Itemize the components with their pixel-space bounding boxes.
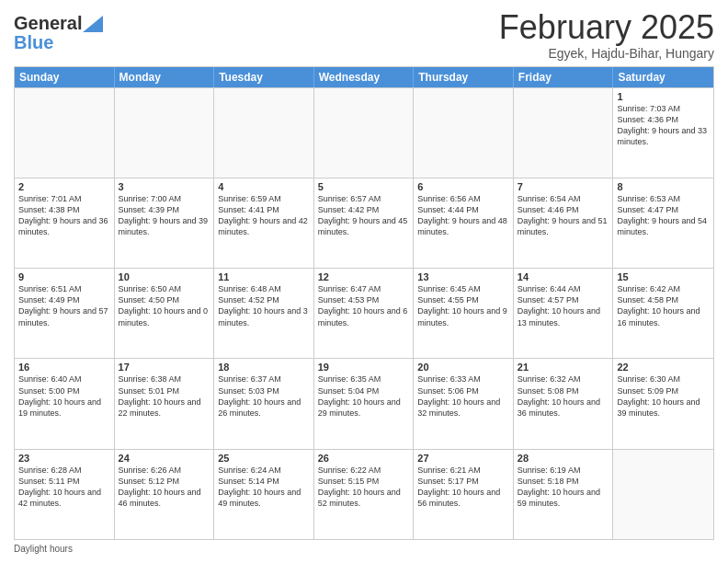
cal-cell: 15Sunrise: 6:42 AM Sunset: 4:58 PM Dayli… [613,269,713,358]
day-info: Sunrise: 6:57 AM Sunset: 4:42 PM Dayligh… [318,193,410,238]
footer: Daylight hours [14,544,714,554]
day-number: 24 [119,453,210,464]
day-number: 21 [518,362,609,373]
day-number: 27 [417,453,509,464]
day-of-week-thursday: Thursday [414,67,514,87]
day-info: Sunrise: 6:35 AM Sunset: 5:04 PM Dayligh… [318,373,410,419]
logo: General Blue [14,13,103,53]
title-block: February 2025 Egyek, Hajdu-Bihar, Hungar… [499,9,714,61]
cal-cell: 20Sunrise: 6:33 AM Sunset: 5:06 PM Dayli… [414,359,514,448]
calendar-header: SundayMondayTuesdayWednesdayThursdayFrid… [15,67,713,87]
day-number: 6 [417,181,509,192]
cal-cell: 2Sunrise: 7:01 AM Sunset: 4:38 PM Daylig… [15,178,115,268]
cal-cell: 5Sunrise: 6:57 AM Sunset: 4:42 PM Daylig… [314,178,415,268]
cal-cell: 18Sunrise: 6:37 AM Sunset: 5:03 PM Dayli… [214,359,314,448]
day-info: Sunrise: 7:00 AM Sunset: 4:39 PM Dayligh… [119,193,210,238]
cal-cell: 22Sunrise: 6:30 AM Sunset: 5:09 PM Dayli… [613,359,713,448]
page: General Blue February 2025 Egyek, Hajdu-… [0,0,728,563]
day-number: 28 [518,453,609,464]
day-number: 5 [318,181,410,192]
day-info: Sunrise: 6:45 AM Sunset: 4:55 PM Dayligh… [417,283,509,328]
day-info: Sunrise: 6:28 AM Sunset: 5:11 PM Dayligh… [18,465,110,510]
day-info: Sunrise: 7:01 AM Sunset: 4:38 PM Dayligh… [18,193,110,238]
cal-cell: 10Sunrise: 6:50 AM Sunset: 4:50 PM Dayli… [115,269,215,358]
day-info: Sunrise: 6:24 AM Sunset: 5:14 PM Dayligh… [218,465,310,510]
cal-cell [514,88,614,178]
cal-cell [214,88,314,178]
day-number: 1 [617,91,710,102]
day-info: Sunrise: 6:56 AM Sunset: 4:44 PM Dayligh… [417,193,509,238]
cal-cell: 12Sunrise: 6:47 AM Sunset: 4:53 PM Dayli… [314,269,415,358]
day-info: Sunrise: 6:44 AM Sunset: 4:57 PM Dayligh… [518,283,609,328]
day-info: Sunrise: 6:48 AM Sunset: 4:52 PM Dayligh… [218,283,310,328]
cal-cell: 6Sunrise: 6:56 AM Sunset: 4:44 PM Daylig… [414,178,514,268]
day-info: Sunrise: 6:54 AM Sunset: 4:46 PM Dayligh… [518,193,609,238]
day-of-week-monday: Monday [115,67,215,87]
cal-cell [115,88,215,178]
day-number: 7 [518,181,609,192]
day-info: Sunrise: 6:32 AM Sunset: 5:08 PM Dayligh… [518,373,609,419]
day-number: 16 [18,362,110,373]
cal-cell: 26Sunrise: 6:22 AM Sunset: 5:15 PM Dayli… [314,450,415,539]
cal-cell: 23Sunrise: 6:28 AM Sunset: 5:11 PM Dayli… [15,450,115,539]
cal-cell: 21Sunrise: 6:32 AM Sunset: 5:08 PM Dayli… [514,359,614,448]
logo-general-text: General [14,13,82,34]
cal-cell: 19Sunrise: 6:35 AM Sunset: 5:04 PM Dayli… [314,359,415,448]
cal-cell: 4Sunrise: 6:59 AM Sunset: 4:41 PM Daylig… [214,178,314,268]
cal-cell [414,88,514,178]
cal-cell: 3Sunrise: 7:00 AM Sunset: 4:39 PM Daylig… [115,178,215,268]
day-info: Sunrise: 6:50 AM Sunset: 4:50 PM Dayligh… [119,283,210,328]
cal-cell: 28Sunrise: 6:19 AM Sunset: 5:18 PM Dayli… [514,450,614,539]
day-info: Sunrise: 6:37 AM Sunset: 5:03 PM Dayligh… [218,373,310,419]
day-info: Sunrise: 6:19 AM Sunset: 5:18 PM Dayligh… [518,465,609,510]
day-number: 9 [18,271,110,282]
day-number: 23 [18,453,110,464]
day-number: 25 [218,453,310,464]
day-info: Sunrise: 6:53 AM Sunset: 4:47 PM Dayligh… [617,193,710,238]
week-row-4: 16Sunrise: 6:40 AM Sunset: 5:00 PM Dayli… [15,358,713,448]
svg-marker-0 [83,16,103,32]
day-number: 17 [119,362,210,373]
week-row-5: 23Sunrise: 6:28 AM Sunset: 5:11 PM Dayli… [15,449,713,539]
day-info: Sunrise: 6:38 AM Sunset: 5:01 PM Dayligh… [119,373,210,419]
cal-cell: 24Sunrise: 6:26 AM Sunset: 5:12 PM Dayli… [115,450,215,539]
day-info: Sunrise: 6:33 AM Sunset: 5:06 PM Dayligh… [417,373,509,419]
day-info: Sunrise: 6:30 AM Sunset: 5:09 PM Dayligh… [617,373,710,419]
cal-cell: 8Sunrise: 6:53 AM Sunset: 4:47 PM Daylig… [613,178,713,268]
day-of-week-friday: Friday [514,67,614,87]
cal-cell: 17Sunrise: 6:38 AM Sunset: 5:01 PM Dayli… [115,359,215,448]
day-of-week-saturday: Saturday [613,67,713,87]
day-number: 8 [617,181,710,192]
day-number: 26 [318,453,410,464]
calendar: SundayMondayTuesdayWednesdayThursdayFrid… [14,66,714,540]
day-number: 11 [218,271,310,282]
cal-cell: 9Sunrise: 6:51 AM Sunset: 4:49 PM Daylig… [15,269,115,358]
day-info: Sunrise: 6:47 AM Sunset: 4:53 PM Dayligh… [318,283,410,328]
day-number: 13 [417,271,509,282]
day-number: 18 [218,362,310,373]
day-info: Sunrise: 6:26 AM Sunset: 5:12 PM Dayligh… [119,465,210,510]
day-number: 19 [318,362,410,373]
week-row-2: 2Sunrise: 7:01 AM Sunset: 4:38 PM Daylig… [15,178,713,268]
cal-cell [314,88,415,178]
month-title: February 2025 [499,9,714,46]
logo-icon [83,16,103,32]
day-info: Sunrise: 6:40 AM Sunset: 5:00 PM Dayligh… [18,373,110,419]
cal-cell: 27Sunrise: 6:21 AM Sunset: 5:17 PM Dayli… [414,450,514,539]
cal-cell [15,88,115,178]
cal-cell: 25Sunrise: 6:24 AM Sunset: 5:14 PM Dayli… [214,450,314,539]
footer-label: Daylight hours [14,544,73,554]
day-number: 15 [617,271,710,282]
cal-cell: 7Sunrise: 6:54 AM Sunset: 4:46 PM Daylig… [514,178,614,268]
day-number: 22 [617,362,710,373]
week-row-3: 9Sunrise: 6:51 AM Sunset: 4:49 PM Daylig… [15,268,713,358]
day-info: Sunrise: 6:59 AM Sunset: 4:41 PM Dayligh… [218,193,310,238]
cal-cell: 11Sunrise: 6:48 AM Sunset: 4:52 PM Dayli… [214,269,314,358]
cal-cell: 13Sunrise: 6:45 AM Sunset: 4:55 PM Dayli… [414,269,514,358]
day-info: Sunrise: 6:22 AM Sunset: 5:15 PM Dayligh… [318,465,410,510]
cal-cell: 1Sunrise: 7:03 AM Sunset: 4:36 PM Daylig… [613,88,713,178]
cal-cell [613,450,713,539]
day-number: 20 [417,362,509,373]
day-number: 3 [119,181,210,192]
day-number: 14 [518,271,609,282]
